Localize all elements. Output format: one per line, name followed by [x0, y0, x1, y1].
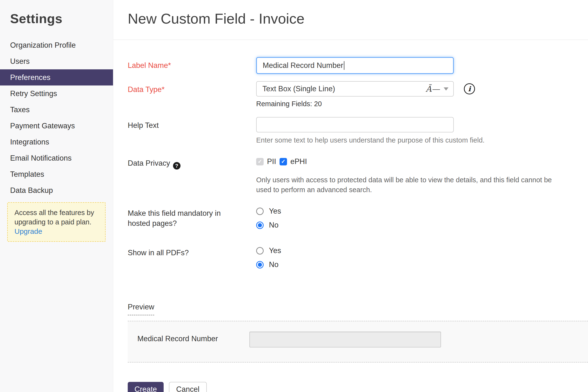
show-in-pdfs-radio-group: Yes No: [256, 244, 281, 269]
data-type-selected-value: Text Box (Single Line): [262, 84, 335, 93]
radio-selected-icon: [256, 261, 264, 268]
remaining-fields-note: Remaining Fields: 20: [256, 100, 475, 108]
info-icon[interactable]: i: [464, 83, 475, 94]
radio-option-label: Yes: [269, 207, 281, 216]
text-cursor: [344, 61, 344, 70]
main-content: New Custom Field - Invoice Label Name* M…: [113, 0, 588, 392]
radio-option-label: No: [269, 260, 278, 269]
radio-unselected-icon: [256, 208, 264, 215]
mandatory-hosted-option-no[interactable]: No: [256, 221, 281, 230]
custom-field-form: Label Name* Medical Record Number Data T…: [113, 40, 588, 392]
label-name-value: Medical Record Number: [263, 61, 343, 70]
sidebar-item-data-backup[interactable]: Data Backup: [0, 182, 113, 198]
data-privacy-note: Only users with access to protected data…: [256, 175, 567, 195]
sidebar-item-payment-gateways[interactable]: Payment Gateways: [0, 118, 113, 134]
settings-sidebar: Settings Organization Profile Users Pref…: [0, 0, 113, 392]
sidebar-nav: Organization Profile Users Preferences R…: [0, 37, 113, 198]
radio-unselected-icon: [256, 247, 264, 254]
sidebar-title: Settings: [10, 11, 113, 26]
help-text-row: Help Text Enter some text to help users …: [128, 117, 588, 144]
form-actions: Create Cancel: [128, 382, 588, 392]
radio-selected-icon: [256, 222, 264, 229]
sidebar-item-templates[interactable]: Templates: [0, 166, 113, 182]
preview-field-label: Medical Record Number: [137, 332, 249, 343]
label-name-input[interactable]: Medical Record Number: [256, 57, 454, 74]
data-type-select[interactable]: Text Box (Single Line) Ã—: [256, 81, 454, 96]
clear-selection-icon[interactable]: Ã—: [426, 85, 440, 93]
preview-heading: Preview: [128, 303, 154, 316]
radio-option-label: No: [269, 221, 278, 230]
help-text-input[interactable]: [256, 117, 454, 132]
upgrade-link[interactable]: Upgrade: [15, 227, 42, 236]
chevron-down-icon: [444, 88, 448, 90]
sidebar-item-integrations[interactable]: Integrations: [0, 134, 113, 150]
preview-panel: Medical Record Number: [128, 321, 588, 362]
help-text-label: Help Text: [128, 117, 256, 130]
data-type-label: Data Type*: [128, 81, 256, 95]
label-name-label: Label Name*: [128, 57, 256, 70]
create-button[interactable]: Create: [128, 382, 164, 392]
sidebar-item-email-notifications[interactable]: Email Notifications: [0, 150, 113, 166]
upgrade-notice: Access all the features by upgrading to …: [7, 202, 106, 242]
show-in-pdfs-option-no[interactable]: No: [256, 260, 281, 269]
privacy-checkbox-row: ✓ PII ✓ ePHI: [256, 157, 567, 166]
sidebar-item-organization-profile[interactable]: Organization Profile: [0, 37, 113, 53]
ephi-checkbox[interactable]: ✓: [279, 158, 287, 166]
show-in-pdfs-label: Show in all PDFs?: [128, 244, 256, 258]
mandatory-hosted-row: Make this field mandatory in hosted page…: [128, 205, 588, 230]
data-privacy-label: Data Privacy: [128, 158, 170, 168]
upgrade-notice-text: Access all the features by upgrading to …: [15, 208, 99, 227]
data-privacy-label-wrap: Data Privacy ?: [128, 155, 256, 170]
data-type-row: Data Type* Text Box (Single Line) Ã— i R…: [128, 81, 588, 108]
sidebar-item-taxes[interactable]: Taxes: [0, 102, 113, 118]
mandatory-hosted-option-yes[interactable]: Yes: [256, 207, 281, 216]
help-text-hint: Enter some text to help users understand…: [256, 136, 485, 144]
sidebar-item-preferences[interactable]: Preferences: [0, 69, 113, 86]
sidebar-item-users[interactable]: Users: [0, 53, 113, 69]
pii-checkbox: ✓: [256, 158, 264, 166]
preview-field-input: [249, 332, 441, 348]
pii-checkbox-label: PII: [267, 157, 276, 166]
cancel-button[interactable]: Cancel: [169, 382, 207, 392]
show-in-pdfs-row: Show in all PDFs? Yes No: [128, 244, 588, 269]
show-in-pdfs-option-yes[interactable]: Yes: [256, 246, 281, 255]
app-window: Settings Organization Profile Users Pref…: [0, 0, 588, 392]
mandatory-hosted-radio-group: Yes No: [256, 205, 281, 230]
label-name-row: Label Name* Medical Record Number: [128, 57, 588, 74]
radio-option-label: Yes: [269, 246, 281, 255]
mandatory-hosted-label: Make this field mandatory in hosted page…: [128, 205, 256, 228]
sidebar-item-retry-settings[interactable]: Retry Settings: [0, 86, 113, 102]
page-title: New Custom Field - Invoice: [128, 10, 588, 28]
ephi-checkbox-label: ePHI: [290, 157, 307, 166]
data-privacy-row: Data Privacy ? ✓ PII ✓ ePHI Only users w…: [128, 155, 588, 195]
help-question-icon[interactable]: ?: [173, 162, 180, 170]
